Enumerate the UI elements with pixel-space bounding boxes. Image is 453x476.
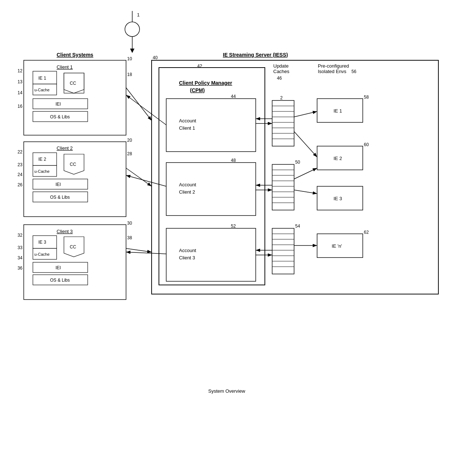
- label-20: 20: [127, 138, 132, 143]
- ie1-label: IE 1: [38, 76, 46, 81]
- label-23: 23: [18, 162, 23, 167]
- update-caches-label: Update: [273, 63, 289, 69]
- svg-rect-26: [272, 228, 294, 274]
- label-42: 42: [197, 64, 202, 69]
- label-18: 18: [127, 72, 132, 77]
- client3-label: Client 3: [57, 229, 73, 234]
- label-58: 58: [364, 95, 369, 100]
- ucache2-label: u-Cache: [34, 169, 50, 174]
- label-2: 2: [280, 95, 283, 100]
- label-26: 26: [18, 182, 23, 187]
- label-34: 34: [18, 255, 23, 260]
- client-systems-label: Client Systems: [57, 52, 94, 58]
- label-62: 62: [364, 230, 369, 235]
- label-38: 38: [127, 235, 132, 240]
- label-54: 54: [295, 224, 300, 229]
- ucache1-label: u-Cache: [34, 88, 50, 92]
- diagram: 1 Client Systems IE Streaming Server (IE…: [0, 0, 453, 476]
- ien-right-label: IE 'n': [332, 243, 342, 249]
- iei2-label: IEI: [56, 182, 61, 187]
- os3-label: OS & Libs: [50, 278, 70, 283]
- label-40: 40: [153, 55, 158, 60]
- label-36: 36: [18, 266, 23, 271]
- account-client3-label: Account: [179, 248, 196, 253]
- iess-label: IE Streaming Server (IESS): [223, 52, 288, 58]
- client1-label: Client 1: [57, 64, 73, 70]
- cc1-label: CC: [70, 81, 76, 86]
- label-44: 44: [231, 94, 236, 99]
- account-client2-label2: Client 2: [179, 189, 195, 195]
- ie2-right-label: IE 2: [334, 156, 342, 161]
- label-13: 13: [18, 79, 23, 84]
- svg-line-58: [126, 168, 152, 186]
- label-32: 32: [18, 233, 23, 238]
- client2-label: Client 2: [57, 145, 73, 151]
- os1-label: OS & Libs: [50, 114, 70, 119]
- svg-text:1: 1: [137, 12, 140, 18]
- svg-line-59: [126, 248, 152, 252]
- iei1-label: IEI: [56, 102, 61, 107]
- system-overview-label: System Overview: [208, 388, 245, 394]
- account-client1-label: Account: [179, 118, 196, 123]
- ie3-right-label: IE 3: [334, 196, 342, 201]
- svg-point-1: [125, 22, 140, 37]
- svg-rect-18: [272, 164, 294, 210]
- label-30: 30: [127, 221, 132, 226]
- ucache3-label: u-Cache: [34, 252, 50, 256]
- label-14: 14: [18, 90, 23, 95]
- iei3-label: IEI: [56, 265, 61, 270]
- label-22: 22: [18, 149, 23, 155]
- label-24: 24: [18, 172, 23, 177]
- svg-marker-3: [130, 49, 134, 53]
- svg-line-57: [126, 88, 152, 121]
- update-caches-label2: Caches: [273, 69, 290, 74]
- account-client1-label2: Client 1: [179, 125, 195, 131]
- os2-label: OS & Libs: [50, 195, 70, 200]
- ie1-right-label: IE 1: [334, 108, 342, 114]
- cpm-label2: (CPM): [190, 87, 205, 93]
- label-50: 50: [295, 160, 300, 165]
- label-12: 12: [18, 68, 23, 73]
- label-33: 33: [18, 245, 23, 250]
- cc2-label: CC: [70, 162, 76, 167]
- ie3-label: IE 3: [38, 240, 46, 245]
- svg-rect-10: [272, 100, 294, 146]
- cpm-label: Client Policy Manager: [179, 80, 232, 86]
- label-10: 10: [127, 56, 132, 61]
- pre-config-label2: Isolated Envs: [318, 69, 347, 74]
- pre-config-label: Pre-configured: [318, 63, 349, 69]
- label-16: 16: [18, 104, 23, 109]
- label-46: 46: [277, 76, 282, 81]
- label-60: 60: [364, 142, 369, 147]
- label-28: 28: [127, 151, 132, 156]
- cc3-label: CC: [70, 244, 76, 250]
- account-client3-label2: Client 3: [179, 255, 195, 260]
- ie2-label: IE 2: [38, 157, 46, 162]
- account-client2-label: Account: [179, 182, 196, 187]
- label-48: 48: [231, 158, 236, 163]
- label-56: 56: [351, 69, 357, 74]
- label-52: 52: [231, 224, 236, 229]
